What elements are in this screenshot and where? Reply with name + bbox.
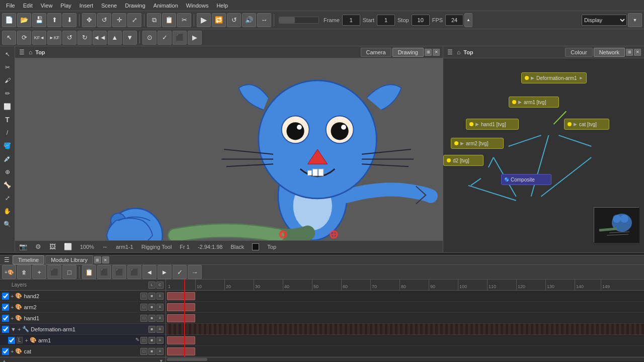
layer-cat[interactable]: + 🎨 cat □ ■ ≡ bbox=[0, 346, 166, 357]
copy-button[interactable]: ⧉ bbox=[147, 13, 161, 27]
tl-onion-left[interactable]: ◄ bbox=[142, 265, 156, 279]
stop-input[interactable] bbox=[412, 15, 430, 26]
menu-file[interactable]: File bbox=[2, 3, 19, 9]
rotate-button[interactable]: ↺ bbox=[97, 13, 111, 27]
layer-more-cat[interactable]: ≡ bbox=[156, 348, 164, 355]
node-arrow-deformation[interactable]: ► bbox=[579, 75, 584, 80]
viewport-canvas[interactable] bbox=[15, 58, 443, 240]
layer-more-hand1[interactable]: ≡ bbox=[156, 315, 164, 322]
node-expand-arm1[interactable]: ▶ bbox=[518, 100, 522, 105]
playhead[interactable] bbox=[184, 291, 185, 357]
menu-edit[interactable]: Edit bbox=[19, 3, 37, 9]
viewport-settings[interactable]: ⚙ bbox=[35, 243, 41, 250]
tl-check[interactable]: ✓ bbox=[173, 265, 187, 279]
scroll-up-btn[interactable]: ▲ bbox=[2, 358, 7, 363]
menu-drawing[interactable]: Drawing bbox=[121, 3, 149, 9]
tool-cutter[interactable]: ✂ bbox=[2, 61, 14, 73]
timeline-track[interactable]: 1 10 20 30 40 50 60 70 80 90 100 110 120… bbox=[166, 280, 644, 362]
tb2-8[interactable]: ▲ bbox=[108, 31, 122, 45]
open-button[interactable]: 📂 bbox=[17, 13, 31, 27]
tool-select[interactable]: ↖ bbox=[2, 48, 14, 60]
tool-zoom[interactable]: 🔍 bbox=[2, 218, 14, 230]
layer-lock-arm1[interactable]: □ bbox=[140, 337, 147, 344]
timeline-menu-icon[interactable]: ☰ bbox=[3, 256, 11, 263]
node-expand-deformation[interactable]: ▶ bbox=[531, 75, 534, 80]
keyframe-cat[interactable] bbox=[167, 347, 195, 355]
layer-arm2[interactable]: + 🎨 arm2 □ ■ ≡ bbox=[0, 302, 166, 313]
keyframe-hand2[interactable] bbox=[167, 292, 195, 300]
track-arm2[interactable] bbox=[166, 302, 644, 313]
tl-cut-cells[interactable]: ⬛ bbox=[112, 265, 126, 279]
import-button[interactable]: ⬇ bbox=[62, 13, 76, 27]
layer-expand-cat[interactable]: + bbox=[11, 348, 14, 354]
node-cat[interactable]: ▶ cat [tvg] bbox=[564, 119, 609, 130]
play-button[interactable]: ▶ bbox=[197, 13, 211, 27]
layer-hand2[interactable]: + 🎨 hand2 □ ■ ≡ bbox=[0, 291, 166, 302]
scroll-down-btn[interactable]: ▼ bbox=[159, 358, 164, 363]
cut-button[interactable]: ✂ bbox=[177, 13, 191, 27]
tool-text[interactable]: T bbox=[2, 114, 14, 126]
transform-button[interactable]: ✥ bbox=[82, 13, 96, 27]
viewport-layer[interactable]: ⬜ bbox=[64, 243, 72, 250]
paste-button[interactable]: 📋 bbox=[162, 13, 176, 27]
node-expand-hand1[interactable]: ▶ bbox=[475, 122, 479, 127]
layer-vis-hand2[interactable] bbox=[2, 293, 9, 300]
tl-ungroup[interactable]: □ bbox=[62, 265, 76, 279]
tab-drawing[interactable]: Drawing bbox=[392, 48, 424, 57]
tool-bone[interactable]: 🦴 bbox=[2, 179, 14, 191]
frame-scrubber[interactable] bbox=[279, 17, 319, 24]
new-button[interactable]: 📄 bbox=[2, 13, 16, 27]
save-button[interactable]: 💾 bbox=[32, 13, 46, 27]
viewport-menu-icon[interactable]: ☰ bbox=[18, 49, 26, 56]
menu-help[interactable]: Help bbox=[212, 3, 232, 9]
timeline-expand-btn[interactable]: ⊞ bbox=[94, 256, 101, 263]
layer-color-cat[interactable]: ■ bbox=[148, 348, 155, 355]
menu-animation[interactable]: Animation bbox=[149, 3, 182, 9]
sound-button[interactable]: 🔊 bbox=[242, 13, 256, 27]
node-expand-btn[interactable]: ⊞ bbox=[626, 49, 633, 56]
menu-windows[interactable]: Windows bbox=[182, 3, 213, 9]
track-hand2[interactable] bbox=[166, 291, 644, 302]
node-deformation-arm1[interactable]: ▶ Deformation-arm1 ► bbox=[521, 72, 587, 83]
node-arm2[interactable]: ▶ arm2 [tvg] bbox=[451, 138, 504, 149]
node-expand-cat[interactable]: ▶ bbox=[574, 122, 577, 127]
tool-line[interactable]: / bbox=[2, 127, 14, 139]
layer-lock-def[interactable]: ■ bbox=[148, 326, 155, 333]
tb2-onion[interactable]: ⊙ bbox=[142, 31, 156, 45]
layer-vis-deformation[interactable] bbox=[2, 326, 9, 333]
tb2-6[interactable]: ↻ bbox=[77, 31, 92, 45]
fps-up[interactable]: ▲ bbox=[464, 13, 472, 27]
menu-play[interactable]: Play bbox=[56, 3, 75, 9]
tool-paint[interactable]: 🪣 bbox=[2, 140, 14, 152]
fps-input[interactable] bbox=[445, 15, 463, 26]
menu-scene[interactable]: Scene bbox=[97, 3, 121, 9]
node-menu-icon[interactable]: ☰ bbox=[446, 49, 454, 56]
viewport-render[interactable]: 🖼 bbox=[49, 243, 56, 250]
tool-pencil[interactable]: ✏ bbox=[2, 87, 14, 100]
layer-lock-cat[interactable]: □ bbox=[140, 348, 147, 355]
menu-view[interactable]: View bbox=[37, 3, 57, 9]
layer-vis-cat[interactable] bbox=[2, 348, 9, 355]
keyframe-arm2[interactable] bbox=[167, 303, 195, 311]
tab-module-library[interactable]: Module Library bbox=[45, 255, 93, 264]
node-composite[interactable]: Composite bbox=[501, 174, 551, 185]
tl-add-layer[interactable]: +🎨 bbox=[2, 265, 16, 279]
tl-arrow[interactable]: → bbox=[188, 265, 202, 279]
layer-color-hand1[interactable]: ■ bbox=[148, 315, 155, 322]
viewport-home-icon[interactable]: ⌂ bbox=[28, 49, 33, 56]
layer-expand-hand2[interactable]: + bbox=[11, 293, 14, 299]
tb2-2[interactable]: ⟳ bbox=[17, 31, 31, 45]
scale-button[interactable]: ⤢ bbox=[127, 13, 141, 27]
layer-arm1[interactable]: L + 🎨 arm1 ✎ □ ■ ≡ bbox=[0, 335, 166, 346]
node-close-btn[interactable]: ✕ bbox=[634, 49, 641, 56]
menu-insert[interactable]: Insert bbox=[75, 3, 98, 9]
move-button[interactable]: ✛ bbox=[112, 13, 126, 27]
tool-brush[interactable]: 🖌 bbox=[2, 74, 14, 86]
flip-button[interactable]: ↔ bbox=[257, 13, 271, 27]
tab-timeline[interactable]: Timeline bbox=[13, 255, 44, 264]
layer-deformation-arm1[interactable]: ▼ + 🔧 Deformation-arm1 ■ ≡ bbox=[0, 324, 166, 335]
timeline-close-btn[interactable]: ✕ bbox=[102, 256, 109, 263]
track-deformation[interactable] bbox=[166, 324, 644, 335]
frame-input[interactable] bbox=[342, 15, 360, 26]
tab-camera[interactable]: Camera bbox=[361, 48, 391, 57]
